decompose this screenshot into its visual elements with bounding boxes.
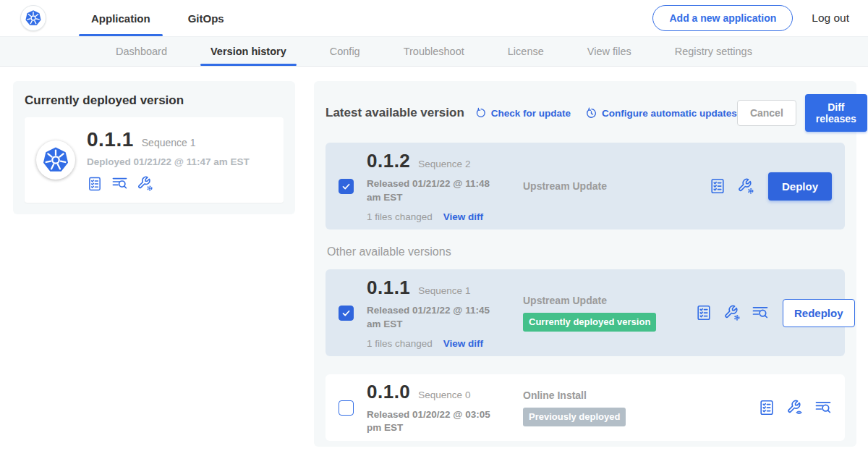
release-notes-icon[interactable] <box>695 304 712 321</box>
files-changed-label: 1 files changed <box>367 338 433 349</box>
tab-gitops[interactable]: GitOps <box>169 0 243 36</box>
other-versions-heading: Other available versions <box>327 245 845 258</box>
files-changed-label: 1 files changed <box>367 211 433 222</box>
subnav-license[interactable]: License <box>486 37 566 66</box>
refresh-icon <box>475 107 487 119</box>
deploy-button[interactable]: Deploy <box>768 172 832 201</box>
main-content: Currently deployed version 0.1.1 Sequenc… <box>0 67 868 459</box>
version-row-0-1-2: 0.1.2 Sequence 2 Released 01/21/22 @ 11:… <box>326 143 845 230</box>
version-row-0-1-1: 0.1.1 Sequence 1 Released 01/21/22 @ 11:… <box>326 269 845 356</box>
latest-version-header: Latest available version Check for updat… <box>326 94 845 132</box>
deployed-timestamp: Deployed 01/21/22 @ 11:47 am EST <box>87 156 250 167</box>
clock-refresh-icon <box>585 107 597 119</box>
version-source-label: Upstream Update <box>523 295 695 306</box>
cancel-button[interactable]: Cancel <box>737 100 796 126</box>
version-number: 0.1.2 <box>367 150 410 172</box>
configure-auto-updates-link[interactable]: Configure automatic updates <box>585 107 737 119</box>
add-application-button[interactable]: Add a new application <box>652 5 793 31</box>
release-notes-icon[interactable] <box>709 177 726 195</box>
subnav-dashboard[interactable]: Dashboard <box>94 37 189 66</box>
version-row-0-1-0: 0.1.0 Sequence 0 Released 01/20/22 @ 03:… <box>326 374 845 441</box>
configure-auto-updates-label: Configure automatic updates <box>602 108 737 119</box>
subnav-troubleshoot[interactable]: Troubleshoot <box>382 37 486 66</box>
released-timestamp: Released 01/20/22 @ 03:05 pm EST <box>367 408 506 434</box>
deployed-version-number: 0.1.1 <box>87 128 134 151</box>
redeploy-button[interactable]: Redeploy <box>783 299 855 327</box>
version-checkbox[interactable] <box>339 179 354 194</box>
view-files-icon[interactable] <box>814 399 832 416</box>
top-nav: Application GitOps Add a new application… <box>0 0 868 36</box>
version-source-label: Upstream Update <box>523 180 695 192</box>
version-number: 0.1.0 <box>367 381 410 403</box>
view-files-icon[interactable] <box>111 175 128 192</box>
view-config-icon[interactable] <box>786 399 804 416</box>
previously-deployed-badge: Previously deployed <box>523 408 626 426</box>
released-timestamp: Released 01/21/22 @ 11:48 am EST <box>367 177 506 203</box>
version-history-panel: Latest available version Check for updat… <box>314 81 856 447</box>
sequence-label: Sequence 2 <box>418 159 470 169</box>
version-checkbox[interactable] <box>339 400 354 416</box>
currently-deployed-card: Currently deployed version 0.1.1 Sequenc… <box>13 81 295 214</box>
currently-deployed-badge: Currently deployed version <box>523 313 656 332</box>
view-files-icon[interactable] <box>752 304 769 321</box>
currently-deployed-title: Currently deployed version <box>25 93 284 108</box>
sequence-label: Sequence 1 <box>418 285 470 296</box>
top-nav-tabs: Application GitOps <box>72 0 243 36</box>
sequence-label: Sequence 0 <box>418 389 470 400</box>
release-notes-icon[interactable] <box>87 176 103 192</box>
subnav-view-files[interactable]: View files <box>566 37 653 66</box>
check-for-update-label: Check for update <box>491 108 571 119</box>
release-notes-icon[interactable] <box>758 399 775 416</box>
logout-link[interactable]: Log out <box>812 12 849 25</box>
tab-application[interactable]: Application <box>72 0 169 36</box>
edit-config-icon[interactable] <box>137 175 153 192</box>
version-checkbox[interactable] <box>339 306 354 321</box>
version-number: 0.1.1 <box>367 277 410 299</box>
check-for-update-link[interactable]: Check for update <box>475 107 571 119</box>
subnav-version-history[interactable]: Version history <box>189 37 308 66</box>
view-diff-link[interactable]: View diff <box>443 211 483 222</box>
diff-releases-button[interactable]: Diff releases <box>805 94 867 132</box>
latest-version-title: Latest available version <box>326 106 464 120</box>
kubernetes-logo-icon <box>20 5 46 31</box>
app-logo-icon <box>36 140 75 180</box>
edit-config-icon[interactable] <box>723 304 741 321</box>
subnav-config[interactable]: Config <box>308 37 382 66</box>
view-diff-link[interactable]: View diff <box>443 338 483 349</box>
released-timestamp: Released 01/21/22 @ 11:45 am EST <box>367 304 506 330</box>
deployed-version-card: 0.1.1 Sequence 1 Deployed 01/21/22 @ 11:… <box>25 117 284 203</box>
deployed-sequence-label: Sequence 1 <box>142 137 196 148</box>
subnav-registry-settings[interactable]: Registry settings <box>653 37 774 66</box>
edit-config-icon[interactable] <box>737 177 754 195</box>
version-source-label: Online Install <box>523 389 695 401</box>
app-sub-nav: Dashboard Version history Config Trouble… <box>0 36 868 67</box>
